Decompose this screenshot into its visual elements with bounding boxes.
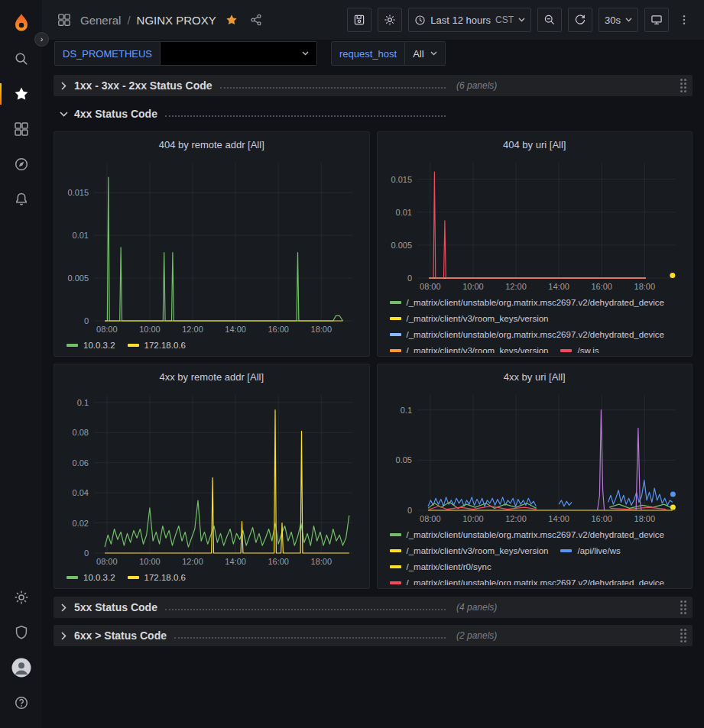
legend-item[interactable]: /_matrix/client/unstable/org.matrix.msc2…	[390, 326, 665, 342]
panel-title[interactable]: 404 by uri [All]	[382, 132, 688, 157]
legend: 10.0.3.2172.18.0.6	[59, 336, 365, 353]
row-dotted-leader	[220, 87, 446, 89]
row-header-4xx[interactable]: 4xx Status Code	[54, 103, 693, 125]
sidebar	[0, 0, 42, 728]
share-button[interactable]	[247, 11, 265, 29]
sidebar-item-explore[interactable]	[0, 147, 42, 182]
breadcrumb-section[interactable]: General	[80, 14, 121, 27]
dashboard-settings-button[interactable]	[378, 8, 402, 32]
row-drag-handle[interactable]	[680, 79, 686, 92]
timeseries-chart[interactable]: 08:0010:0012:0014:0016:0018:0000.0050.01…	[59, 157, 365, 336]
row-title: 4xx Status Code	[74, 108, 157, 120]
row-title-area: 5xx Status Code	[74, 601, 446, 613]
row-drag-handle[interactable]	[680, 600, 686, 614]
more-options-button[interactable]	[675, 11, 693, 29]
legend-swatch	[390, 317, 401, 320]
panel-grid: 404 by remote addr [All] 08:0010:0012:00…	[54, 131, 693, 589]
svg-text:08:00: 08:00	[420, 282, 441, 291]
chevron-right-icon	[59, 632, 68, 640]
sidebar-item-configuration[interactable]	[0, 580, 42, 615]
sidebar-item-server-admin[interactable]	[0, 615, 42, 650]
navbar-actions: Last 12 hours CST 30s	[347, 8, 693, 32]
refresh-interval-label: 30s	[605, 15, 621, 26]
timeseries-chart[interactable]: 08:0010:0012:0014:0016:0018:0000.050.1	[382, 389, 688, 526]
chevron-down-icon	[518, 18, 525, 22]
legend-item[interactable]: 10.0.3.2	[67, 569, 115, 585]
refresh-button[interactable]	[568, 8, 592, 32]
legend-item[interactable]: /_matrix/client/unstable/org.matrix.msc2…	[390, 294, 665, 310]
panel-title[interactable]: 404 by remote addr [All]	[59, 132, 365, 157]
breadcrumb-title[interactable]: NGINX PROXY	[137, 14, 216, 27]
request-host-variable-value[interactable]: All	[405, 41, 445, 66]
legend-item[interactable]: /_matrix/client/unstable/org.matrix.msc2…	[390, 526, 665, 542]
sidebar-item-search[interactable]	[0, 41, 42, 76]
gear-icon	[384, 14, 396, 26]
row-drag-handle[interactable]	[680, 629, 686, 642]
legend-label: 10.0.3.2	[83, 573, 115, 582]
timeseries-chart[interactable]: 08:0010:0012:0014:0016:0018:0000.0050.01…	[382, 157, 688, 293]
svg-text:18:00: 18:00	[634, 514, 655, 523]
star-icon	[14, 86, 29, 102]
kebab-menu-icon	[678, 14, 690, 26]
legend-swatch	[67, 576, 78, 579]
panel-4xx-by-uri: 4xx by uri [All] 08:0010:0012:0014:0016:…	[377, 364, 693, 589]
row-header-6xx[interactable]: 6xx > Status Code (2 panels)	[54, 625, 693, 646]
dashboards-grid-icon	[14, 121, 29, 137]
sidebar-item-alerting[interactable]	[0, 182, 42, 217]
legend-item[interactable]: /_matrix/client/r0/sync	[390, 558, 492, 574]
panel-title[interactable]: 4xx by uri [All]	[382, 364, 688, 389]
legend-item[interactable]: /_matrix/client/v3/room_keys/version	[390, 310, 549, 326]
chevron-down-icon	[430, 51, 437, 56]
row-header-5xx[interactable]: 5xx Status Code (4 panels)	[54, 597, 693, 618]
svg-text:10:00: 10:00	[139, 325, 161, 334]
request-host-value-text: All	[413, 48, 423, 60]
legend-label: /api/live/ws	[577, 546, 620, 555]
avatar	[11, 658, 31, 678]
time-range-picker[interactable]: Last 12 hours CST	[408, 8, 531, 32]
legend-item[interactable]: /_matrix/client/v3/room_keys/version	[390, 542, 549, 558]
legend-label: /_matrix/client/unstable/org.matrix.msc2…	[407, 578, 665, 586]
tv-mode-button[interactable]	[644, 8, 669, 32]
row-title-area: 1xx - 3xx - 2xx Status Code	[74, 79, 446, 92]
sidebar-expand-button[interactable]: ›	[34, 32, 49, 47]
datasource-variable-label[interactable]: DS_PROMETHEUS	[54, 41, 161, 66]
request-host-variable-label[interactable]: request_host	[331, 41, 405, 66]
chevron-down-icon	[625, 18, 632, 22]
row-title-area: 6xx > Status Code	[74, 629, 446, 642]
sidebar-item-profile[interactable]	[0, 650, 42, 685]
row-header-1xx-3xx-2xx[interactable]: 1xx - 3xx - 2xx Status Code (6 panels)	[54, 75, 693, 96]
legend-item[interactable]: /_matrix/client/v3/room_keys/version	[390, 342, 549, 353]
sidebar-item-help[interactable]	[0, 685, 42, 720]
svg-text:14:00: 14:00	[548, 282, 569, 291]
favorite-star-button[interactable]	[222, 11, 241, 29]
legend-label: /_matrix/client/v3/room_keys/version	[407, 546, 549, 555]
svg-text:16:00: 16:00	[591, 282, 612, 291]
sidebar-item-dashboards[interactable]	[0, 112, 42, 147]
chevron-right-icon	[59, 82, 68, 90]
legend-item[interactable]: 172.18.0.6	[128, 337, 186, 353]
refresh-interval-dropdown[interactable]: 30s	[599, 8, 638, 32]
svg-text:0.02: 0.02	[73, 519, 89, 528]
datasource-variable-value[interactable]	[161, 41, 317, 66]
zoom-out-icon	[543, 14, 556, 26]
zoom-out-button[interactable]	[537, 8, 562, 32]
legend: /_matrix/client/unstable/org.matrix.msc2…	[382, 526, 688, 585]
svg-text:0: 0	[407, 506, 411, 515]
svg-text:0.005: 0.005	[67, 273, 89, 283]
timezone-label: CST	[495, 15, 514, 25]
legend-item[interactable]: /api/live/ws	[560, 542, 620, 558]
clock-icon	[414, 15, 426, 26]
svg-text:12:00: 12:00	[182, 325, 203, 334]
legend-item[interactable]: /sw.js	[560, 342, 599, 353]
panel-title[interactable]: 4xx by remote addr [All]	[59, 364, 365, 389]
timeseries-chart[interactable]: 08:0010:0012:0014:0016:0018:0000.020.040…	[59, 389, 365, 568]
save-dashboard-button[interactable]	[347, 8, 371, 32]
svg-text:10:00: 10:00	[462, 514, 484, 523]
legend-swatch	[560, 349, 572, 352]
legend-item[interactable]: /_matrix/client/unstable/org.matrix.msc2…	[390, 574, 665, 585]
legend-item[interactable]: 172.18.0.6	[128, 569, 186, 585]
legend-label: 10.0.3.2	[83, 341, 115, 350]
sidebar-item-starred[interactable]	[0, 76, 42, 112]
legend-swatch	[560, 549, 572, 552]
legend-item[interactable]: 10.0.3.2	[67, 337, 115, 353]
